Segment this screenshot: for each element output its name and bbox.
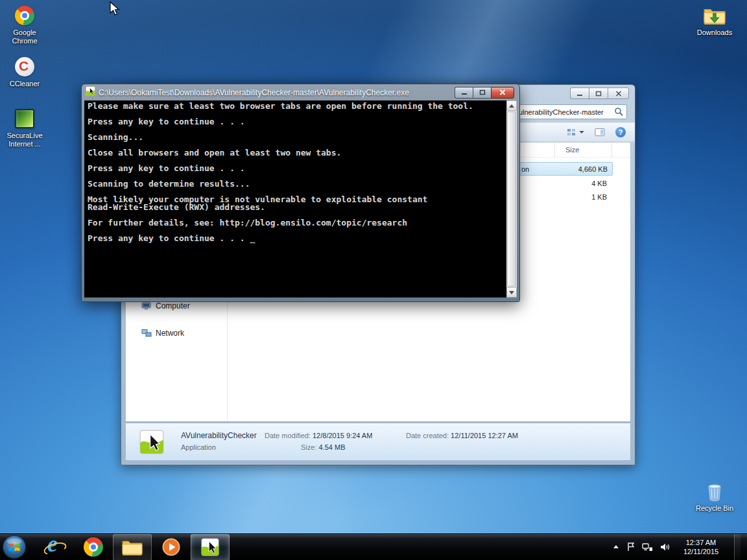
desktop-icon-ccleaner[interactable]: CCleaner [1,56,49,88]
console-close-button[interactable] [491,87,514,99]
console-minimize-button[interactable] [455,87,473,99]
folder-icon [122,539,143,555]
avulnerabilitychecker-icon [201,538,219,556]
network-icon [141,329,152,338]
downloads-folder-icon [691,5,739,27]
taskbar-button-avulnerabilitychecker[interactable] [191,534,230,560]
volume-icon[interactable] [659,542,670,552]
nav-item-network[interactable]: Network [141,329,184,338]
search-box-text: VulnerabilityChecker-master [514,108,614,116]
preview-pane-button[interactable] [595,128,605,137]
mouse-cursor [109,1,121,17]
nav-item-computer[interactable]: Computer [141,301,190,310]
show-desktop-button[interactable] [734,534,741,560]
network-tray-icon[interactable] [642,542,653,552]
console-body: Please make sure at least two browser ta… [84,100,517,298]
start-button[interactable] [0,534,29,560]
desktop: Google Chrome CCleaner SecuraLive Intern… [0,0,747,533]
desktop-icon-google-chrome[interactable]: Google Chrome [1,5,49,45]
desktop-icon-label: Recycle Bin [691,504,739,513]
triangle-up-icon [509,104,514,108]
console-titlebar[interactable]: C:\Users\OokamiTest\Downloads\AVulnerabi… [82,84,519,100]
file-size-cell: 1 KB [555,193,607,201]
date-modified: Date modified: 12/8/2015 9:24 AM [265,432,372,439]
explorer-minimize-button[interactable] [570,88,589,99]
console-scrollbar[interactable] [506,100,517,298]
taskbar-button-media-player[interactable] [152,534,191,560]
chevron-down-icon [579,131,584,134]
computer-icon [141,301,152,310]
chrome-icon [84,537,103,557]
selected-file-type: Application [181,443,216,451]
triangle-down-icon [509,291,514,294]
media-player-icon [162,538,180,556]
help-button[interactable]: ? [615,127,626,137]
scrollbar-thumb[interactable] [507,111,516,286]
file-type-cell: on [521,165,529,173]
file-size-cell: 4 KB [555,180,607,187]
desktop-icon-label: CCleaner [1,80,49,88]
file-size: Size: 4.54 MB [301,443,346,451]
file-size-cell: 4,660 KB [556,165,608,173]
column-header-size[interactable]: Size [565,146,579,154]
taskbar-clock[interactable]: 12:37 AM 12/11/2015 [677,538,728,556]
taskbar-button-internet-explorer[interactable] [35,534,74,560]
action-center-flag-icon[interactable] [626,542,635,552]
views-button[interactable] [567,128,584,137]
taskbar-button-windows-explorer[interactable] [113,534,152,560]
explorer-close-button[interactable] [608,88,629,99]
desktop-icon-label: Downloads [691,29,739,37]
taskbar-button-chrome[interactable] [74,534,113,560]
securalive-icon [15,109,34,128]
desktop-icon-downloads[interactable]: Downloads [691,5,739,37]
console-window: C:\Users\OokamiTest\Downloads\AVulnerabi… [81,84,520,302]
console-output: Please make sure at least two browser ta… [88,102,503,242]
nav-item-label: Computer [156,301,190,310]
selected-file-icon [139,430,164,456]
details-pane: AVulnerabilityChecker Application Date m… [126,423,630,460]
desktop-icon-recycle-bin[interactable]: Recycle Bin [691,480,739,513]
views-icon [567,128,577,137]
explorer-maximize-button[interactable] [589,88,608,99]
taskbar: 12:37 AM 12/11/2015 [0,533,747,560]
search-box[interactable]: VulnerabilityChecker-master [510,104,627,119]
scroll-down-button[interactable] [506,287,517,298]
chrome-icon [15,6,34,25]
windows-orb-icon [2,535,27,559]
search-icon[interactable] [614,107,623,117]
desktop-icon-label: SecuraLive Internet ... [1,132,49,148]
ccleaner-icon [15,57,34,76]
date-created: Date created: 12/11/2015 12:27 AM [406,432,518,439]
selected-file-name: AVulnerabilityChecker [181,431,257,440]
internet-explorer-icon [45,537,64,557]
hidden-icons-button[interactable] [612,543,620,551]
preview-pane-icon [595,128,605,137]
console-title: C:\Users\OokamiTest\Downloads\AVulnerabi… [99,88,455,97]
clock-date: 12/11/2015 [677,547,725,556]
clock-time: 12:37 AM [677,538,725,547]
console-app-icon [86,86,95,99]
desktop-icon-label: Google Chrome [1,29,49,45]
desktop-icon-securalive[interactable]: SecuraLive Internet ... [1,108,49,148]
nav-item-label: Network [156,329,184,338]
console-maximize-button[interactable] [473,87,491,99]
system-tray: 12:37 AM 12/11/2015 [612,534,747,560]
scroll-up-button[interactable] [506,100,517,111]
recycle-bin-icon [691,480,739,502]
